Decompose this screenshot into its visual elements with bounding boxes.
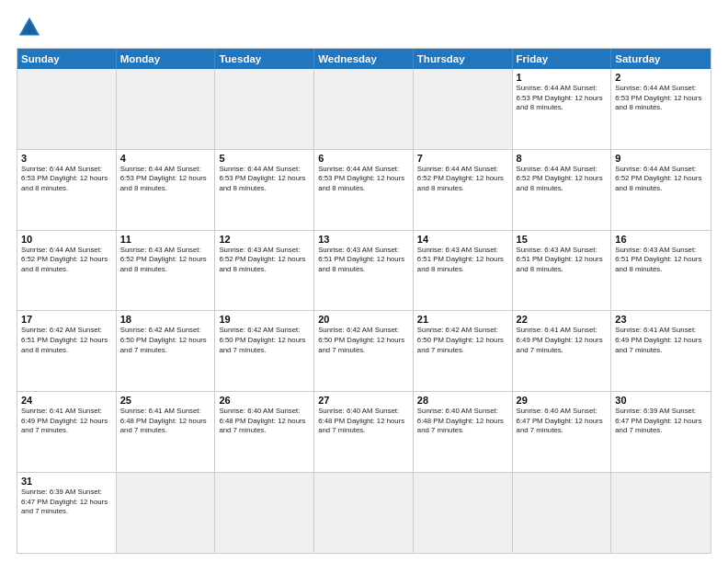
day-number: 3 xyxy=(21,153,112,164)
day-info: Sunrise: 6:43 AM Sunset: 6:52 PM Dayligh… xyxy=(120,246,211,275)
cal-cell xyxy=(17,69,117,149)
cal-header-wednesday: Wednesday xyxy=(314,49,414,69)
cal-cell xyxy=(414,473,513,553)
day-number: 11 xyxy=(120,234,211,245)
header xyxy=(17,15,711,40)
cal-cell: 18Sunrise: 6:42 AM Sunset: 6:50 PM Dayli… xyxy=(117,311,216,391)
cal-header-monday: Monday xyxy=(117,49,216,69)
day-info: Sunrise: 6:41 AM Sunset: 6:49 PM Dayligh… xyxy=(517,326,608,355)
cal-cell: 21Sunrise: 6:42 AM Sunset: 6:50 PM Dayli… xyxy=(414,311,513,391)
day-number: 1 xyxy=(517,72,608,83)
day-info: Sunrise: 6:40 AM Sunset: 6:48 PM Dayligh… xyxy=(318,407,409,436)
cal-week-0: 1Sunrise: 6:44 AM Sunset: 6:53 PM Daylig… xyxy=(17,69,711,149)
day-number: 2 xyxy=(615,72,707,83)
cal-cell: 26Sunrise: 6:40 AM Sunset: 6:48 PM Dayli… xyxy=(215,392,314,472)
day-number: 27 xyxy=(318,395,409,406)
cal-cell: 4Sunrise: 6:44 AM Sunset: 6:53 PM Daylig… xyxy=(117,150,216,230)
day-info: Sunrise: 6:43 AM Sunset: 6:52 PM Dayligh… xyxy=(219,246,310,275)
cal-cell: 24Sunrise: 6:41 AM Sunset: 6:49 PM Dayli… xyxy=(17,392,117,472)
calendar-body: 1Sunrise: 6:44 AM Sunset: 6:53 PM Daylig… xyxy=(17,69,711,553)
day-number: 31 xyxy=(21,476,112,487)
day-info: Sunrise: 6:44 AM Sunset: 6:53 PM Dayligh… xyxy=(318,165,409,194)
day-number: 29 xyxy=(517,395,608,406)
cal-cell: 16Sunrise: 6:43 AM Sunset: 6:51 PM Dayli… xyxy=(611,231,711,311)
day-info: Sunrise: 6:44 AM Sunset: 6:52 PM Dayligh… xyxy=(615,165,707,194)
logo xyxy=(17,15,46,40)
day-info: Sunrise: 6:44 AM Sunset: 6:53 PM Dayligh… xyxy=(21,165,112,194)
day-number: 23 xyxy=(615,314,707,325)
cal-cell xyxy=(611,473,711,553)
cal-cell: 10Sunrise: 6:44 AM Sunset: 6:52 PM Dayli… xyxy=(17,231,117,311)
cal-cell: 23Sunrise: 6:41 AM Sunset: 6:49 PM Dayli… xyxy=(611,311,711,391)
calendar: SundayMondayTuesdayWednesdayThursdayFrid… xyxy=(17,48,711,554)
cal-cell: 7Sunrise: 6:44 AM Sunset: 6:52 PM Daylig… xyxy=(414,150,513,230)
day-number: 20 xyxy=(318,314,409,325)
cal-cell: 8Sunrise: 6:44 AM Sunset: 6:52 PM Daylig… xyxy=(513,150,612,230)
day-info: Sunrise: 6:39 AM Sunset: 6:47 PM Dayligh… xyxy=(615,407,707,436)
cal-cell: 3Sunrise: 6:44 AM Sunset: 6:53 PM Daylig… xyxy=(17,150,117,230)
day-info: Sunrise: 6:44 AM Sunset: 6:52 PM Dayligh… xyxy=(21,246,112,275)
cal-cell: 2Sunrise: 6:44 AM Sunset: 6:53 PM Daylig… xyxy=(611,69,711,149)
cal-week-2: 10Sunrise: 6:44 AM Sunset: 6:52 PM Dayli… xyxy=(17,230,711,311)
cal-cell xyxy=(513,473,612,553)
cal-cell xyxy=(314,69,414,149)
day-number: 14 xyxy=(417,234,508,245)
cal-week-5: 31Sunrise: 6:39 AM Sunset: 6:47 PM Dayli… xyxy=(17,472,711,553)
day-number: 24 xyxy=(21,395,112,406)
day-info: Sunrise: 6:43 AM Sunset: 6:51 PM Dayligh… xyxy=(615,246,707,275)
day-number: 9 xyxy=(615,153,707,164)
cal-cell: 25Sunrise: 6:41 AM Sunset: 6:48 PM Dayli… xyxy=(117,392,216,472)
page: SundayMondayTuesdayWednesdayThursdayFrid… xyxy=(0,0,728,563)
day-info: Sunrise: 6:42 AM Sunset: 6:50 PM Dayligh… xyxy=(417,326,508,355)
day-number: 4 xyxy=(120,153,211,164)
cal-cell xyxy=(414,69,513,149)
cal-header-friday: Friday xyxy=(513,49,612,69)
cal-header-thursday: Thursday xyxy=(414,49,513,69)
day-info: Sunrise: 6:40 AM Sunset: 6:47 PM Dayligh… xyxy=(517,407,608,436)
day-info: Sunrise: 6:40 AM Sunset: 6:48 PM Dayligh… xyxy=(417,407,508,436)
day-number: 16 xyxy=(615,234,707,245)
cal-cell xyxy=(215,69,314,149)
day-number: 13 xyxy=(318,234,409,245)
cal-cell: 11Sunrise: 6:43 AM Sunset: 6:52 PM Dayli… xyxy=(117,231,216,311)
cal-cell: 22Sunrise: 6:41 AM Sunset: 6:49 PM Dayli… xyxy=(513,311,612,391)
day-info: Sunrise: 6:41 AM Sunset: 6:49 PM Dayligh… xyxy=(615,326,707,355)
day-number: 21 xyxy=(417,314,508,325)
day-info: Sunrise: 6:44 AM Sunset: 6:52 PM Dayligh… xyxy=(417,165,508,194)
cal-cell: 17Sunrise: 6:42 AM Sunset: 6:51 PM Dayli… xyxy=(17,311,117,391)
day-number: 25 xyxy=(120,395,211,406)
day-number: 22 xyxy=(517,314,608,325)
day-number: 17 xyxy=(21,314,112,325)
cal-week-4: 24Sunrise: 6:41 AM Sunset: 6:49 PM Dayli… xyxy=(17,391,711,472)
day-info: Sunrise: 6:44 AM Sunset: 6:53 PM Dayligh… xyxy=(615,84,707,113)
cal-cell: 5Sunrise: 6:44 AM Sunset: 6:53 PM Daylig… xyxy=(215,150,314,230)
day-number: 28 xyxy=(417,395,508,406)
cal-header-tuesday: Tuesday xyxy=(215,49,314,69)
cal-cell: 29Sunrise: 6:40 AM Sunset: 6:47 PM Dayli… xyxy=(513,392,612,472)
day-number: 8 xyxy=(517,153,608,164)
cal-cell: 12Sunrise: 6:43 AM Sunset: 6:52 PM Dayli… xyxy=(215,231,314,311)
day-info: Sunrise: 6:43 AM Sunset: 6:51 PM Dayligh… xyxy=(318,246,409,275)
cal-week-1: 3Sunrise: 6:44 AM Sunset: 6:53 PM Daylig… xyxy=(17,149,711,230)
cal-header-saturday: Saturday xyxy=(611,49,711,69)
cal-cell: 31Sunrise: 6:39 AM Sunset: 6:47 PM Dayli… xyxy=(17,473,117,553)
calendar-header: SundayMondayTuesdayWednesdayThursdayFrid… xyxy=(17,49,711,69)
day-info: Sunrise: 6:41 AM Sunset: 6:48 PM Dayligh… xyxy=(120,407,211,436)
day-number: 10 xyxy=(21,234,112,245)
cal-cell: 19Sunrise: 6:42 AM Sunset: 6:50 PM Dayli… xyxy=(215,311,314,391)
cal-header-sunday: Sunday xyxy=(17,49,117,69)
cal-cell: 28Sunrise: 6:40 AM Sunset: 6:48 PM Dayli… xyxy=(414,392,513,472)
day-number: 18 xyxy=(120,314,211,325)
cal-cell: 9Sunrise: 6:44 AM Sunset: 6:52 PM Daylig… xyxy=(611,150,711,230)
day-number: 30 xyxy=(615,395,707,406)
cal-cell: 27Sunrise: 6:40 AM Sunset: 6:48 PM Dayli… xyxy=(314,392,414,472)
logo-icon xyxy=(17,15,42,40)
cal-cell: 13Sunrise: 6:43 AM Sunset: 6:51 PM Dayli… xyxy=(314,231,414,311)
cal-cell: 30Sunrise: 6:39 AM Sunset: 6:47 PM Dayli… xyxy=(611,392,711,472)
day-info: Sunrise: 6:44 AM Sunset: 6:53 PM Dayligh… xyxy=(517,84,608,113)
cal-cell xyxy=(117,473,216,553)
day-number: 15 xyxy=(517,234,608,245)
day-info: Sunrise: 6:42 AM Sunset: 6:50 PM Dayligh… xyxy=(219,326,310,355)
day-number: 26 xyxy=(219,395,310,406)
day-number: 7 xyxy=(417,153,508,164)
